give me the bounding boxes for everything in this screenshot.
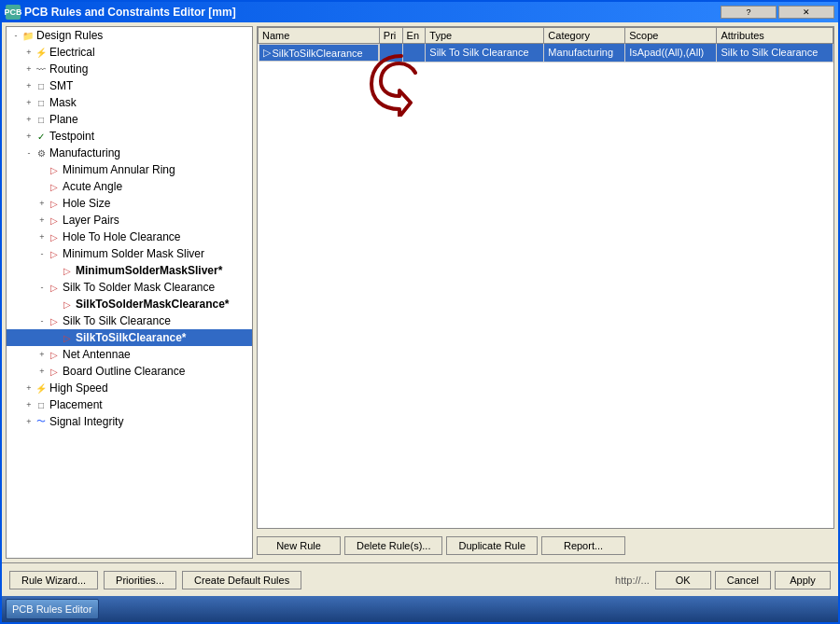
tree-item-minimum-solder-mask-sliver-rule[interactable]: ▷MinimumSolderMaskSliver* xyxy=(7,262,252,279)
tree-label-silk-to-silk-clearance-rule: SilkToSilkClearance* xyxy=(74,331,187,344)
tree-item-silk-to-solder-mask-clearance[interactable]: -▷Silk To Solder Mask Clearance xyxy=(7,279,252,296)
tree-item-signal-integrity[interactable]: +〜Signal Integrity xyxy=(7,413,252,430)
tree-item-silk-to-solder-mask-clearance-rule[interactable]: ▷SilkToSolderMaskClearance* xyxy=(7,296,252,312)
table-header-name[interactable]: Name xyxy=(259,28,380,44)
tree-icon-layer-pairs: ▷ xyxy=(48,214,61,227)
tree-item-silk-to-silk-clearance-rule[interactable]: ▷SilkToSilkClearance* xyxy=(7,329,252,346)
tree-icon-placement: □ xyxy=(35,398,48,411)
tree-toggle-net-antennae[interactable]: + xyxy=(36,349,48,360)
create-default-rules-button[interactable]: Create Default Rules xyxy=(182,571,301,589)
title-bar-left: PCB PCB Rules and Constraints Editor [mm… xyxy=(6,5,236,20)
duplicate-rule-button[interactable]: Duplicate Rule xyxy=(446,536,538,555)
tree-label-manufacturing: Manufacturing xyxy=(48,146,120,159)
tree-icon-testpoint: ✓ xyxy=(35,130,48,143)
tree-item-manufacturing[interactable]: -⚙Manufacturing xyxy=(7,145,252,161)
tree-icon-minimum-solder-mask-sliver: ▷ xyxy=(48,247,61,260)
tree-item-hole-to-hole-clearance[interactable]: +▷Hole To Hole Clearance xyxy=(7,229,252,245)
apply-button[interactable]: Apply xyxy=(775,571,831,589)
tree-item-minimum-solder-mask-sliver[interactable]: -▷Minimum Solder Mask Sliver xyxy=(7,245,252,262)
rule-wizard-button[interactable]: Rule Wizard... xyxy=(9,571,98,589)
taskbar-item-pcb[interactable]: PCB Rules Editor xyxy=(6,599,99,619)
table-cell-scope: IsApad((All),(All) xyxy=(625,44,717,62)
tree-item-plane[interactable]: +□Plane xyxy=(7,111,252,128)
tree-toggle-hole-to-hole-clearance[interactable]: + xyxy=(36,231,48,243)
tree-label-minimum-solder-mask-sliver: Minimum Solder Mask Sliver xyxy=(61,247,204,260)
tree-item-net-antennae[interactable]: +▷Net Antennae xyxy=(7,346,252,363)
ok-button[interactable]: OK xyxy=(655,571,711,589)
tree-item-acute-angle[interactable]: ▷Acute Angle xyxy=(7,178,252,195)
cancel-button[interactable]: Cancel xyxy=(715,571,771,589)
tree-toggle-plane[interactable]: + xyxy=(23,114,35,125)
tree-toggle-minimum-solder-mask-sliver[interactable]: - xyxy=(36,248,48,259)
table-header-attributes[interactable]: Attributes xyxy=(717,28,833,44)
tree-toggle-board-outline-clearance[interactable]: + xyxy=(36,366,48,377)
tree-item-testpoint[interactable]: +✓Testpoint xyxy=(7,128,252,145)
rules-table: NamePriEnTypeCategoryScopeAttributes ▷Si… xyxy=(258,27,833,62)
tree-item-design-rules[interactable]: -📁Design Rules xyxy=(7,27,252,44)
tree-toggle-smt[interactable]: + xyxy=(23,80,35,91)
tree-toggle-silk-to-solder-mask-clearance[interactable]: - xyxy=(36,282,48,293)
tree-item-electrical[interactable]: +⚡Electrical xyxy=(7,44,252,61)
tree-label-silk-to-solder-mask-clearance-rule: SilkToSolderMaskClearance* xyxy=(74,298,230,311)
tree-item-mask[interactable]: +□Mask xyxy=(7,94,252,111)
tree-icon-plane: □ xyxy=(35,113,48,126)
tree-toggle-design-rules[interactable]: - xyxy=(10,30,21,41)
tree-icon-silk-to-silk-clearance-rule: ▷ xyxy=(61,331,74,344)
tree-icon-hole-to-hole-clearance: ▷ xyxy=(48,230,61,243)
tree-icon-design-rules: 📁 xyxy=(21,29,35,42)
tree-item-board-outline-clearance[interactable]: +▷Board Outline Clearance xyxy=(7,363,252,380)
tree-label-silk-to-silk-clearance: Silk To Silk Clearance xyxy=(61,314,171,327)
tree-toggle-routing[interactable]: + xyxy=(23,63,35,75)
table-row[interactable]: ▷SilkToSilkClearanceSilk To Silk Clearan… xyxy=(259,44,833,62)
tree-toggle-hole-size[interactable]: + xyxy=(36,198,48,209)
table-cell-type: Silk To Silk Clearance xyxy=(426,44,544,62)
table-header-pri[interactable]: Pri xyxy=(379,28,402,44)
tree-toggle-testpoint[interactable]: + xyxy=(23,131,35,142)
tree-label-board-outline-clearance: Board Outline Clearance xyxy=(61,365,185,378)
tree-toggle-mask[interactable]: + xyxy=(23,97,35,108)
app-icon: PCB xyxy=(6,5,21,20)
report-button[interactable]: Report... xyxy=(541,536,625,555)
tree-item-layer-pairs[interactable]: +▷Layer Pairs xyxy=(7,212,252,229)
window-title: PCB Rules and Constraints Editor [mm] xyxy=(24,6,236,19)
tree-item-high-speed[interactable]: +⚡High Speed xyxy=(7,380,252,396)
right-panel: NamePriEnTypeCategoryScopeAttributes ▷Si… xyxy=(257,26,834,559)
priorities-button[interactable]: Priorities... xyxy=(104,571,176,589)
tree-item-routing[interactable]: +〰Routing xyxy=(7,61,252,77)
tree-toggle-silk-to-silk-clearance-rule xyxy=(49,332,61,343)
table-header-en[interactable]: En xyxy=(402,28,426,44)
tree-icon-silk-to-silk-clearance: ▷ xyxy=(48,314,61,327)
rules-table-area[interactable]: NamePriEnTypeCategoryScopeAttributes ▷Si… xyxy=(257,26,834,529)
table-cell-name: ▷SilkToSilkClearance xyxy=(259,44,379,62)
close-button[interactable]: ✕ xyxy=(778,6,834,19)
tree-item-silk-to-silk-clearance[interactable]: -▷Silk To Silk Clearance xyxy=(7,312,252,329)
main-content: -📁Design Rules+⚡Electrical+〰Routing+□SMT… xyxy=(2,22,838,562)
rules-tree-panel[interactable]: -📁Design Rules+⚡Electrical+〰Routing+□SMT… xyxy=(6,26,253,559)
tree-toggle-high-speed[interactable]: + xyxy=(23,382,35,394)
tree-label-net-antennae: Net Antennae xyxy=(61,348,131,361)
tree-item-placement[interactable]: +□Placement xyxy=(7,396,252,413)
tree-toggle-manufacturing[interactable]: - xyxy=(23,147,35,159)
tree-label-routing: Routing xyxy=(48,62,88,76)
tree-icon-board-outline-clearance: ▷ xyxy=(48,365,61,378)
new-rule-button[interactable]: New Rule xyxy=(257,536,341,555)
help-button[interactable]: ? xyxy=(721,6,777,19)
footer-left-buttons: Rule Wizard... Priorities... Create Defa… xyxy=(9,571,301,589)
tree-toggle-acute-angle xyxy=(36,181,48,192)
tree-label-placement: Placement xyxy=(48,398,103,411)
tree-toggle-signal-integrity[interactable]: + xyxy=(23,416,35,427)
tree-toggle-electrical[interactable]: + xyxy=(23,47,35,58)
tree-label-electrical: Electrical xyxy=(48,46,95,59)
tree-toggle-silk-to-silk-clearance[interactable]: - xyxy=(36,315,48,326)
table-header-scope[interactable]: Scope xyxy=(625,28,717,44)
table-header-category[interactable]: Category xyxy=(544,28,625,44)
tree-label-minimum-annular-ring: Minimum Annular Ring xyxy=(61,163,175,176)
tree-item-smt[interactable]: +□SMT xyxy=(7,77,252,94)
tree-item-hole-size[interactable]: +▷Hole Size xyxy=(7,195,252,212)
tree-toggle-placement[interactable]: + xyxy=(23,399,35,410)
tree-item-minimum-annular-ring[interactable]: ▷Minimum Annular Ring xyxy=(7,161,252,178)
tree-toggle-layer-pairs[interactable]: + xyxy=(36,215,48,226)
table-header-type[interactable]: Type xyxy=(426,28,544,44)
delete-rule-button[interactable]: Delete Rule(s)... xyxy=(344,536,442,555)
tree-label-high-speed: High Speed xyxy=(48,381,108,395)
